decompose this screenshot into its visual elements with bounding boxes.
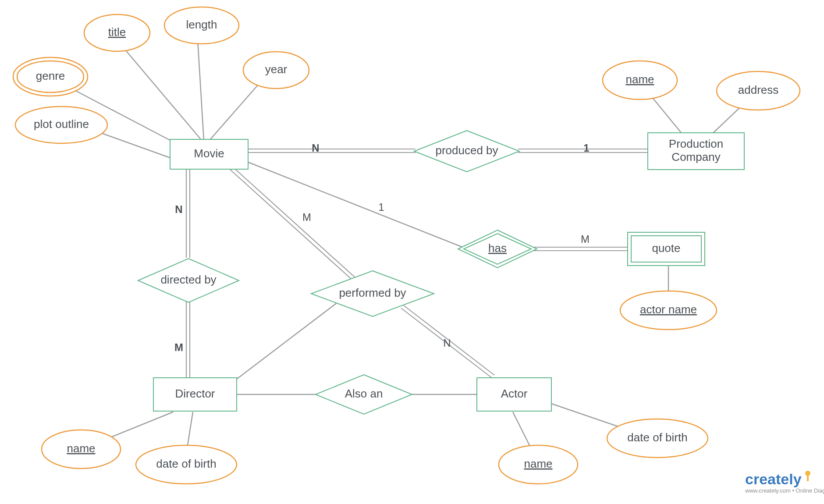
entity-production-company: Production Company [648,133,744,170]
svg-text:title: title [108,25,126,39]
svg-text:creately: creately [745,471,802,487]
line-movie-has [248,162,464,248]
svg-text:quote: quote [652,241,680,255]
card-movie-producedby: N [312,142,319,154]
card-movie-directedby: N [175,203,182,215]
svg-text:Director: Director [175,387,215,400]
svg-text:produced by: produced by [435,144,498,157]
svg-text:directed by: directed by [160,273,216,286]
svg-text:Production: Production [669,137,723,150]
card-quote-has: M [581,233,590,245]
attr-year: year [243,52,309,89]
svg-text:performed by: performed by [339,286,406,299]
entity-actor: Actor [477,378,551,411]
svg-text:has: has [488,241,507,255]
svg-text:www.creately.com • Online Diag: www.creately.com • Online Diagramming [745,487,824,494]
svg-text:date of birth: date of birth [627,431,687,444]
svg-text:name: name [625,73,654,86]
rel-directed-by: directed by [138,259,239,302]
attr-title: title [84,14,150,51]
card-actor-performedby: N [443,337,451,349]
svg-text:year: year [265,63,288,76]
watermark-creately: creately www.creately.com • Online Diagr… [745,471,824,494]
entity-quote: quote [628,232,705,266]
attr-dir-dob: date of birth [136,445,237,484]
attr-length: length [164,7,239,44]
line-movie-title [118,42,202,140]
entity-director: Director [153,378,237,411]
svg-text:Company: Company [671,150,720,163]
svg-text:Actor: Actor [501,387,528,400]
line-movie-performedby-1 [230,169,357,284]
er-diagram-canvas: N 1 N M M N 1 M title length year genre … [0,0,824,504]
svg-point-49 [805,471,810,476]
svg-text:genre: genre [36,69,65,82]
card-director-directedby: M [174,341,183,353]
svg-text:name: name [524,457,552,470]
svg-text:address: address [738,83,779,96]
line-movie-length [197,33,204,140]
attr-dir-name: name [42,430,121,469]
svg-text:actor name: actor name [640,303,697,316]
line-dir-performedby [237,302,337,379]
svg-text:Movie: Movie [194,147,224,160]
line-movie-performedby-2 [232,167,359,281]
attr-actor-name: name [499,445,578,484]
svg-text:length: length [186,18,217,31]
svg-text:plot outline: plot outline [34,117,89,131]
svg-text:name: name [67,442,95,455]
card-movie-performedby: M [302,211,311,223]
attr-pc-name: name [603,61,677,99]
attr-actor-dob: date of birth [607,419,708,458]
attr-quote-actor-name: actor name [620,291,717,330]
svg-text:date of birth: date of birth [156,457,216,470]
rel-performed-by: performed by [311,271,434,316]
attr-pc-address: address [717,71,800,110]
rel-produced-by: produced by [414,131,519,172]
svg-rect-50 [807,476,809,481]
rel-also-an: Also an [316,375,412,414]
svg-text:Also an: Also an [345,387,383,400]
entity-movie: Movie [170,139,248,169]
card-pc-producedby: 1 [583,142,589,154]
rel-has: has [458,230,537,268]
attr-genre: genre [13,57,88,96]
attr-plot-outline: plot outline [15,106,107,143]
line-movie-year [210,77,265,140]
card-movie-has: 1 [378,201,384,213]
